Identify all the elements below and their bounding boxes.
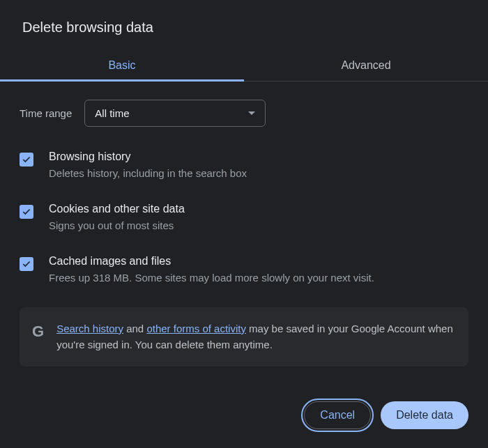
other-activity-link[interactable]: other forms of activity: [146, 323, 246, 334]
tab-advanced-label: Advanced: [341, 59, 390, 71]
cancel-button[interactable]: Cancel: [304, 401, 371, 429]
delete-data-button[interactable]: Delete data: [381, 401, 468, 429]
tab-advanced[interactable]: Advanced: [244, 49, 488, 81]
check-icon: [22, 207, 31, 217]
option-text: Cached images and files Frees up 318 MB.…: [49, 255, 468, 285]
chevron-down-icon: [248, 111, 255, 115]
tab-basic-label: Basic: [108, 59, 135, 71]
check-icon: [22, 259, 31, 269]
tab-bar: Basic Advanced: [0, 49, 488, 82]
option-title: Cached images and files: [49, 255, 468, 268]
option-title: Cookies and other site data: [49, 203, 468, 215]
option-cache: Cached images and files Frees up 318 MB.…: [20, 255, 468, 285]
time-range-row: Time range All time: [20, 100, 468, 127]
info-mid1: and: [123, 323, 146, 334]
option-title: Browsing history: [49, 150, 468, 163]
dialog-body: Time range All time Browsing history Del…: [0, 82, 488, 366]
time-range-label: Time range: [20, 107, 72, 119]
option-text: Browsing history Deletes history, includ…: [49, 150, 468, 180]
option-desc: Signs you out of most sites: [49, 218, 468, 233]
checkbox-browsing-history[interactable]: [20, 153, 33, 167]
option-text: Cookies and other site data Signs you ou…: [49, 203, 468, 233]
dialog-title: Delete browsing data: [0, 0, 488, 49]
option-desc: Deletes history, including in the search…: [49, 166, 468, 180]
check-icon: [22, 155, 31, 164]
google-account-info: G Search history and other forms of acti…: [20, 307, 468, 366]
time-range-select[interactable]: All time: [84, 100, 266, 127]
option-cookies: Cookies and other site data Signs you ou…: [20, 203, 468, 233]
checkbox-cookies[interactable]: [20, 205, 33, 219]
info-text: Search history and other forms of activi…: [56, 321, 456, 353]
option-browsing-history: Browsing history Deletes history, includ…: [20, 150, 468, 180]
delete-browsing-data-dialog: Delete browsing data Basic Advanced Time…: [0, 0, 488, 446]
option-desc: Frees up 318 MB. Some sites may load mor…: [49, 270, 468, 285]
time-range-value: All time: [95, 107, 129, 119]
tab-basic[interactable]: Basic: [0, 49, 244, 81]
checkbox-cache[interactable]: [20, 257, 33, 271]
google-g-icon: G: [32, 323, 44, 341]
dialog-footer: Cancel Delete data: [0, 366, 488, 446]
search-history-link[interactable]: Search history: [56, 323, 123, 334]
